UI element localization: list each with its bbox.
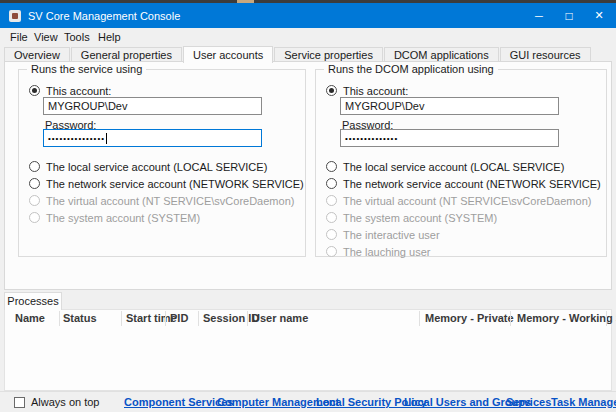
text-caret: [106, 133, 107, 144]
service-group-title: Runs the service using: [27, 63, 146, 75]
service-account-group: Runs the service using This account: Pas…: [18, 69, 306, 257]
menu-tools[interactable]: Tools: [61, 30, 93, 45]
dcom-interactive-user-radio: The interactive user: [326, 227, 440, 242]
menu-view[interactable]: View: [31, 30, 61, 45]
column-memory-working-set[interactable]: Memory - Working Set: [517, 312, 616, 324]
dcom-account-input[interactable]: [340, 97, 559, 115]
window-title: SV Core Management Console: [28, 10, 180, 22]
menu-help[interactable]: Help: [95, 30, 124, 45]
maximize-button[interactable]: □: [554, 3, 584, 28]
always-on-top-checkbox[interactable]: [14, 397, 25, 408]
menu-file[interactable]: File: [7, 30, 31, 45]
radio-disabled-icon: [29, 195, 40, 206]
service-this-account-radio[interactable]: This account:: [29, 83, 111, 98]
column-status[interactable]: Status: [63, 312, 97, 324]
processes-list[interactable]: Name Status Start time PID Session ID Us…: [4, 309, 612, 391]
menu-bar: File View Tools Help: [0, 28, 616, 46]
column-session-id[interactable]: Session ID: [203, 312, 259, 324]
tab-dcom-applications[interactable]: DCOM applications: [384, 47, 499, 62]
link-task-manager[interactable]: Task Manager: [551, 396, 616, 408]
minimize-button[interactable]: ─: [524, 3, 554, 28]
always-on-top-label: Always on top: [31, 396, 99, 408]
dcom-group-title: Runs the DCOM application using: [324, 63, 498, 75]
tab-overview[interactable]: Overview: [4, 47, 70, 62]
column-pid[interactable]: PID: [170, 312, 188, 324]
service-network-service-radio[interactable]: The network service account (NETWORK SER…: [29, 176, 304, 191]
link-services[interactable]: Services: [506, 396, 551, 408]
column-divider[interactable]: [606, 311, 607, 326]
tab-gui-resources[interactable]: GUI resources: [500, 47, 591, 62]
password-dots: ••••••••••••••: [345, 134, 398, 143]
tab-service-properties[interactable]: Service properties: [274, 47, 383, 62]
service-local-service-radio[interactable]: The local service account (LOCAL SERVICE…: [29, 159, 267, 174]
password-dots: •••••••••••••••: [48, 134, 105, 143]
dcom-this-account-radio[interactable]: This account:: [326, 83, 408, 98]
processes-tab[interactable]: Processes: [4, 292, 62, 310]
radio-disabled-icon: [29, 212, 40, 223]
radio-icon: [29, 178, 40, 189]
tab-general-properties[interactable]: General properties: [71, 47, 182, 62]
radio-disabled-icon: [326, 212, 337, 223]
column-user-name[interactable]: User name: [252, 312, 308, 324]
column-divider[interactable]: [247, 311, 248, 326]
dcom-password-input[interactable]: ••••••••••••••: [340, 129, 559, 147]
dcom-system-account-radio: The system account (SYSTEM): [326, 210, 497, 225]
radio-icon: [29, 161, 40, 172]
processes-header-row: Name Status Start time PID Session ID Us…: [5, 310, 611, 327]
service-virtual-account-radio: The virtual account (NT SERVICE\svCoreDa…: [29, 193, 294, 208]
column-divider[interactable]: [59, 311, 60, 326]
radio-disabled-icon: [326, 229, 337, 240]
column-divider[interactable]: [165, 311, 166, 326]
service-system-account-radio: The system account (SYSTEM): [29, 210, 200, 225]
column-divider[interactable]: [419, 311, 420, 326]
radio-checked-icon: [326, 85, 337, 96]
column-memory-private[interactable]: Memory - Private: [425, 312, 514, 324]
status-bar: Always on top Component Services Compute…: [0, 391, 616, 412]
user-accounts-page: Runs the service using This account: Pas…: [4, 61, 612, 290]
column-name[interactable]: Name: [15, 312, 45, 324]
radio-icon: [326, 161, 337, 172]
column-divider[interactable]: [198, 311, 199, 326]
dcom-network-service-radio[interactable]: The network service account (NETWORK SER…: [326, 176, 601, 191]
dcom-account-group: Runs the DCOM application using This acc…: [315, 69, 607, 257]
column-divider[interactable]: [510, 311, 511, 326]
column-divider[interactable]: [121, 311, 122, 326]
service-password-input[interactable]: •••••••••••••••: [43, 129, 262, 147]
tab-user-accounts[interactable]: User accounts: [183, 46, 273, 63]
dcom-local-service-radio[interactable]: The local service account (LOCAL SERVICE…: [326, 159, 564, 174]
dcom-launching-user-radio: The lauching user: [326, 244, 430, 259]
title-bar: SV Core Management Console ─ □ ✕: [0, 3, 616, 28]
radio-disabled-icon: [326, 195, 337, 206]
app-icon: [9, 10, 21, 22]
radio-checked-icon: [29, 85, 40, 96]
dcom-virtual-account-radio: The virtual account (NT SERVICE\svCoreDa…: [326, 193, 591, 208]
radio-disabled-icon: [326, 246, 337, 257]
radio-icon: [326, 178, 337, 189]
tab-strip: Overview General properties User account…: [4, 45, 612, 62]
close-button[interactable]: ✕: [584, 3, 614, 28]
window-controls: ─ □ ✕: [524, 3, 614, 28]
service-account-input[interactable]: [43, 97, 262, 115]
